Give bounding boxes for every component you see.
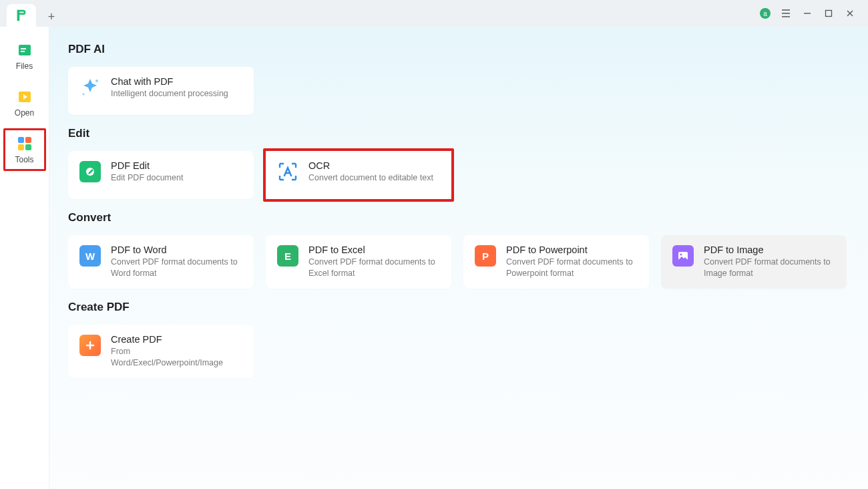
sidebar-item-open[interactable]: Open — [6, 84, 43, 122]
svg-rect-3 — [21, 48, 26, 49]
ocr-icon — [276, 160, 299, 183]
close-icon — [846, 9, 854, 17]
files-icon — [16, 41, 33, 59]
svg-point-14 — [680, 254, 682, 256]
section-title-edit: Edit — [68, 127, 849, 140]
section-edit: PDF Edit Edit PDF document OCR Convert d… — [68, 151, 849, 199]
svg-rect-9 — [25, 144, 31, 150]
minimize-icon — [803, 9, 812, 18]
hamburger-icon — [781, 8, 791, 19]
sidebar-item-label: Files — [16, 61, 33, 71]
card-pdf-to-excel[interactable]: E PDF to Excel Convert PDF format docume… — [266, 235, 451, 289]
card-title: PDF to Word — [111, 244, 243, 255]
titlebar: + a — [0, 0, 868, 27]
user-avatar[interactable]: a — [760, 8, 771, 19]
card-title: Chat with PDF — [111, 76, 228, 87]
pdf-edit-icon — [79, 160, 101, 183]
tab-area: + — [0, 0, 61, 27]
card-subtitle: From Word/Execl/Powerpoint/Image — [111, 346, 243, 369]
close-button[interactable] — [844, 7, 856, 19]
section-title-pdf-ai: PDF AI — [68, 43, 849, 56]
card-create-pdf[interactable]: Create PDF From Word/Execl/Powerpoint/Im… — [68, 325, 254, 378]
card-pdf-edit[interactable]: PDF Edit Edit PDF document — [68, 151, 254, 199]
new-tab-button[interactable]: + — [41, 7, 61, 27]
card-title: OCR — [308, 160, 433, 171]
section-convert: W PDF to Word Convert PDF format documen… — [68, 235, 849, 289]
svg-rect-6 — [18, 137, 24, 143]
svg-rect-0 — [19, 12, 23, 13]
powerpoint-icon: P — [474, 244, 497, 267]
svg-rect-8 — [18, 144, 24, 150]
svg-rect-2 — [19, 45, 31, 55]
section-pdf-ai: Chat with PDF Intelligent document proce… — [68, 67, 849, 115]
menu-button[interactable] — [780, 7, 792, 19]
card-pdf-to-word[interactable]: W PDF to Word Convert PDF format documen… — [68, 235, 254, 289]
card-subtitle: Convert PDF format documents to Excel fo… — [308, 257, 441, 279]
plus-icon: + — [48, 10, 55, 24]
card-subtitle: Convert PDF format documents to Word for… — [111, 257, 243, 279]
card-title: PDF to Powerpoint — [506, 244, 638, 255]
section-create: Create PDF From Word/Execl/Powerpoint/Im… — [68, 325, 849, 378]
svg-point-10 — [95, 79, 98, 82]
main-area: Files Open Tools PDF AI — [0, 27, 868, 489]
app-home-tab[interactable] — [7, 4, 36, 27]
card-subtitle: Convert document to editable text — [308, 172, 433, 184]
card-ocr[interactable]: OCR Convert document to editable text — [266, 151, 451, 199]
minimize-button[interactable] — [801, 7, 813, 19]
word-icon: W — [79, 244, 101, 267]
card-chat-with-pdf[interactable]: Chat with PDF Intelligent document proce… — [68, 67, 254, 115]
window-controls: a — [760, 7, 868, 19]
card-title: Create PDF — [111, 334, 243, 345]
section-title-create: Create PDF — [68, 301, 849, 314]
create-pdf-icon — [79, 334, 101, 357]
svg-rect-7 — [25, 137, 31, 143]
maximize-button[interactable] — [823, 7, 835, 19]
svg-rect-4 — [21, 51, 25, 52]
open-icon — [16, 88, 33, 106]
card-pdf-to-powerpoint[interactable]: P PDF to Powerpoint Convert PDF format d… — [463, 235, 649, 289]
section-title-convert: Convert — [68, 211, 849, 224]
card-subtitle: Edit PDF document — [111, 172, 183, 184]
app-logo-icon — [14, 8, 29, 23]
svg-rect-1 — [826, 11, 832, 17]
card-subtitle: Intelligent document processing — [111, 88, 228, 100]
tools-icon — [16, 135, 33, 152]
sidebar-item-label: Open — [15, 108, 34, 118]
card-pdf-to-image[interactable]: PDF to Image Convert PDF format document… — [661, 235, 847, 289]
excel-icon: E — [276, 244, 299, 267]
image-icon — [672, 244, 694, 267]
card-title: PDF to Excel — [308, 244, 441, 255]
card-title: PDF to Image — [704, 244, 836, 255]
sidebar-item-tools[interactable]: Tools — [6, 131, 43, 168]
svg-point-11 — [83, 94, 85, 96]
content-area: PDF AI Chat with PDF Intelligent documen… — [49, 27, 868, 489]
card-subtitle: Convert PDF format documents to Image fo… — [704, 257, 836, 279]
maximize-icon — [825, 9, 833, 17]
card-title: PDF Edit — [111, 160, 183, 171]
sidebar-item-files[interactable]: Files — [6, 37, 43, 75]
sidebar: Files Open Tools — [0, 27, 49, 489]
sparkle-icon — [79, 76, 101, 99]
sidebar-item-label: Tools — [15, 155, 33, 164]
card-subtitle: Convert PDF format documents to Powerpoi… — [506, 257, 638, 279]
